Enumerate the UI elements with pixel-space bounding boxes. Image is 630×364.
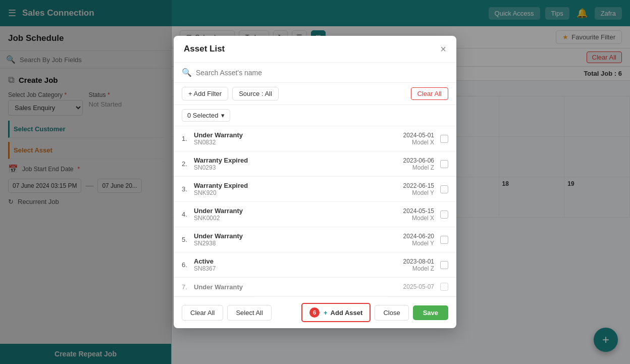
modal-search-area: 🔍 bbox=[174, 63, 456, 83]
asset-meta-1: 2024-05-01 Model X bbox=[403, 132, 434, 146]
asset-num-2: 2. bbox=[182, 160, 194, 168]
selected-count-button[interactable]: 0 Selected ▾ bbox=[182, 109, 230, 122]
asset-list-modal: Asset List × 🔍 + Add Filter Source : All… bbox=[174, 36, 456, 328]
selected-count-label: 0 Selected bbox=[187, 112, 218, 119]
asset-sn-1: SN0832 bbox=[194, 139, 403, 146]
modal-asset-list: 1. Under Warranty SN0832 2024-05-01 Mode… bbox=[174, 126, 456, 296]
source-filter-button[interactable]: Source : All bbox=[232, 87, 279, 100]
asset-sn-5: SN2938 bbox=[194, 240, 403, 247]
asset-meta-2: 2023-06-06 Model Z bbox=[403, 157, 434, 171]
asset-date-4: 2024-05-15 bbox=[403, 207, 434, 215]
asset-name-1: Under Warranty bbox=[194, 131, 403, 139]
asset-checkbox-5[interactable] bbox=[440, 236, 448, 244]
asset-model-3: Model Y bbox=[403, 189, 434, 196]
asset-info-3: Warranty Expired SNK920 bbox=[194, 182, 403, 196]
asset-info-6: Active SN8367 bbox=[194, 257, 403, 272]
modal-header: Asset List × bbox=[174, 36, 456, 63]
asset-name-7: Under Warranty bbox=[194, 283, 403, 291]
modal-save-button[interactable]: Save bbox=[413, 305, 448, 320]
asset-num-5: 5. bbox=[182, 236, 194, 243]
footer-clear-button[interactable]: Clear All bbox=[182, 305, 223, 321]
asset-model-4: Model X bbox=[403, 215, 434, 222]
add-asset-badge: 6 bbox=[309, 307, 320, 318]
modal-footer: Clear All Select All 6 + Add Asset Close… bbox=[174, 296, 456, 328]
asset-meta-5: 2024-06-20 Model Y bbox=[403, 233, 434, 247]
footer-left-buttons: Clear All Select All bbox=[182, 305, 272, 321]
modal-close-footer-button[interactable]: Close bbox=[375, 305, 408, 321]
selected-chevron-icon: ▾ bbox=[221, 112, 225, 119]
list-item: 5. Under Warranty SN2938 2024-06-20 Mode… bbox=[174, 227, 456, 252]
asset-name-3: Warranty Expired bbox=[194, 182, 403, 189]
asset-num-1: 1. bbox=[182, 135, 194, 142]
list-item: 2. Warranty Expired SN0293 2023-06-06 Mo… bbox=[174, 151, 456, 177]
list-item: 7. Under Warranty 2025-05-07 bbox=[174, 278, 456, 296]
asset-name-4: Under Warranty bbox=[194, 207, 403, 215]
asset-name-5: Under Warranty bbox=[194, 232, 403, 240]
asset-sn-2: SN0293 bbox=[194, 164, 403, 171]
asset-model-6: Model Z bbox=[403, 265, 434, 272]
asset-meta-3: 2022-06-15 Model Y bbox=[403, 182, 434, 196]
asset-date-7: 2025-05-07 bbox=[403, 283, 434, 290]
asset-meta-4: 2024-05-15 Model X bbox=[403, 207, 434, 222]
asset-num-3: 3. bbox=[182, 185, 194, 193]
asset-sn-6: SN8367 bbox=[194, 265, 403, 272]
asset-num-6: 6. bbox=[182, 261, 194, 269]
asset-meta-6: 2023-08-01 Model Z bbox=[403, 258, 434, 272]
asset-date-5: 2024-06-20 bbox=[403, 233, 434, 240]
asset-checkbox-1[interactable] bbox=[440, 135, 448, 143]
asset-checkbox-3[interactable] bbox=[440, 185, 448, 193]
asset-date-2: 2023-06-06 bbox=[403, 157, 434, 164]
add-asset-label: Add Asset bbox=[331, 309, 363, 317]
asset-meta-7: 2025-05-07 bbox=[403, 283, 434, 290]
asset-num-7: 7. bbox=[182, 283, 194, 291]
asset-checkbox-6[interactable] bbox=[440, 261, 448, 269]
asset-name-2: Warranty Expired bbox=[194, 157, 403, 164]
asset-sn-4: SNK0002 bbox=[194, 215, 403, 222]
asset-checkbox-4[interactable] bbox=[440, 211, 448, 219]
list-item: 1. Under Warranty SN0832 2024-05-01 Mode… bbox=[174, 126, 456, 151]
asset-date-6: 2023-08-01 bbox=[403, 258, 434, 265]
modal-overlay: Asset List × 🔍 + Add Filter Source : All… bbox=[0, 0, 630, 364]
asset-checkbox-7[interactable] bbox=[440, 283, 448, 291]
selected-count-row: 0 Selected ▾ bbox=[174, 105, 456, 126]
asset-date-1: 2024-05-01 bbox=[403, 132, 434, 139]
list-item: 4. Under Warranty SNK0002 2024-05-15 Mod… bbox=[174, 202, 456, 227]
asset-model-5: Model Y bbox=[403, 240, 434, 247]
modal-search-icon: 🔍 bbox=[182, 68, 192, 77]
asset-name-6: Active bbox=[194, 257, 403, 265]
modal-filters: + Add Filter Source : All Clear All bbox=[174, 83, 456, 105]
asset-model-1: Model X bbox=[403, 139, 434, 146]
modal-close-button[interactable]: × bbox=[440, 44, 446, 54]
asset-info-1: Under Warranty SN0832 bbox=[194, 131, 403, 146]
list-item: 6. Active SN8367 2023-08-01 Model Z bbox=[174, 252, 456, 278]
asset-date-3: 2022-06-15 bbox=[403, 182, 434, 189]
asset-model-2: Model Z bbox=[403, 164, 434, 171]
modal-clear-all-button[interactable]: Clear All bbox=[411, 87, 448, 100]
list-item: 3. Warranty Expired SNK920 2022-06-15 Mo… bbox=[174, 177, 456, 202]
modal-search-input[interactable] bbox=[196, 69, 448, 77]
asset-info-4: Under Warranty SNK0002 bbox=[194, 207, 403, 222]
footer-select-all-button[interactable]: Select All bbox=[227, 305, 271, 321]
add-filter-button[interactable]: + Add Filter bbox=[182, 87, 228, 100]
asset-num-4: 4. bbox=[182, 211, 194, 218]
asset-sn-3: SNK920 bbox=[194, 189, 403, 196]
asset-checkbox-2[interactable] bbox=[440, 160, 448, 168]
add-asset-plus-icon: + bbox=[324, 309, 328, 317]
asset-info-2: Warranty Expired SN0293 bbox=[194, 157, 403, 171]
modal-title: Asset List bbox=[184, 44, 225, 54]
asset-info-5: Under Warranty SN2938 bbox=[194, 232, 403, 247]
asset-info-7: Under Warranty bbox=[194, 283, 403, 291]
add-asset-button[interactable]: 6 + Add Asset bbox=[301, 303, 371, 322]
